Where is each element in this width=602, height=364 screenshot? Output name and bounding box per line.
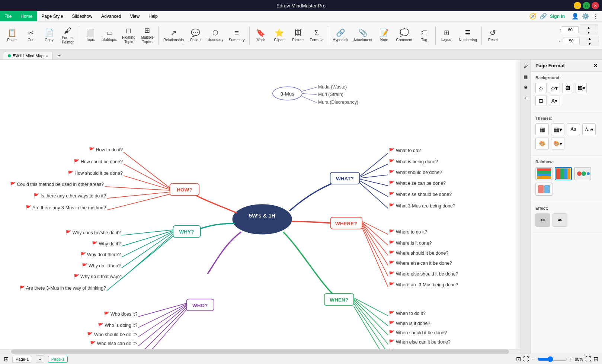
theme-font-btn-2[interactable]: Aa▾	[582, 123, 596, 135]
menu-slideshow[interactable]: Slideshow	[67, 11, 97, 21]
rainbow-btn-4[interactable]	[535, 183, 553, 196]
format-painter-button[interactable]: 🖌 FormatPainter	[59, 23, 77, 48]
subtopic-button[interactable]: ▭ Subtopic	[100, 23, 119, 48]
add-tab-button[interactable]: +	[54, 51, 64, 59]
minimize-view-icon[interactable]: ⊟	[593, 355, 598, 363]
panel-icon-tasks[interactable]: ☑	[522, 94, 529, 102]
theme-layout-btn-2[interactable]: ▦▾	[551, 123, 564, 135]
summary-button[interactable]: ≡ Summary	[227, 23, 247, 48]
rainbow-btn-1[interactable]	[535, 167, 553, 180]
boundary-button[interactable]: ⬡ Boundary	[205, 23, 226, 48]
cut-button[interactable]: ✂ Cut	[22, 23, 39, 48]
tab-close-button[interactable]: ●	[46, 54, 48, 58]
add-page-button[interactable]: +	[36, 355, 44, 363]
svg-line-81	[354, 298, 388, 316]
current-page-label[interactable]: Page-1	[48, 356, 68, 363]
numbering-icon: ≣	[465, 28, 471, 37]
attachment-button[interactable]: 📎 Attachment	[351, 23, 375, 48]
picture-button[interactable]: 🖼 Picture	[289, 23, 307, 48]
callout-button[interactable]: 💬 Callout	[187, 23, 205, 48]
close-button[interactable]: ✕	[592, 2, 599, 9]
panel-content: Page Format ✕ Background: ◇ ◇▾ 🖼 🖼▾ ⊡ A▾…	[531, 60, 602, 354]
reset-button[interactable]: ↺ Reset	[484, 23, 502, 48]
paste-button[interactable]: 📋 Paste	[3, 23, 21, 48]
rainbow-btn-2[interactable]	[555, 167, 572, 180]
menu-help[interactable]: Help	[144, 11, 162, 21]
multiple-topics-button[interactable]: ⊞ MultipleTopics	[138, 23, 156, 48]
expand-icon[interactable]: ⛶	[585, 356, 591, 363]
settings-icon[interactable]: ⚙️	[582, 13, 589, 20]
window-controls: — □ ✕	[574, 2, 599, 9]
formula-button[interactable]: Σ Formula	[308, 23, 326, 48]
horizontal-scrollbar[interactable]	[0, 349, 520, 354]
hyperlink-button[interactable]: 🔗 Hyperlink	[330, 23, 350, 48]
sign-in-button[interactable]: Sign In	[550, 14, 565, 19]
zoom-up-2[interactable]: ▲	[580, 36, 599, 41]
svg-line-27	[122, 231, 173, 246]
bg-color-btn[interactable]: ◇	[535, 83, 547, 93]
numbering-button[interactable]: ≣ Numbering	[457, 23, 479, 48]
zoom-input-1[interactable]: 60	[562, 26, 579, 33]
canvas[interactable]: 3-Mus Muda (Waste) Muri (Strain) Mura (D…	[0, 60, 520, 354]
relationship-button[interactable]: ↗ Relationship	[161, 23, 186, 48]
comment-button[interactable]: 💭 Comment	[394, 23, 414, 48]
bg-color-btn-2[interactable]: ◇▾	[549, 83, 560, 93]
effect-btn-1[interactable]: ✏	[535, 213, 550, 227]
maximize-button[interactable]: □	[583, 2, 590, 9]
menu-page-style[interactable]: Page Style	[37, 11, 67, 21]
svg-rect-106	[538, 185, 544, 193]
vertical-scrollbar[interactable]	[516, 60, 520, 349]
theme-layout-btn[interactable]: ▦	[535, 123, 549, 135]
bg-text-btn[interactable]: A▾	[549, 96, 560, 106]
menu-file[interactable]: File	[0, 11, 16, 21]
effect-btn-2[interactable]: ✒	[553, 213, 567, 227]
layout-button[interactable]: ⊞ Layout	[438, 23, 456, 48]
topic-button[interactable]: ⬜ Topic	[81, 23, 99, 48]
tab-5w1h[interactable]: 5W1H Mind Map ●	[3, 52, 53, 59]
rainbow-btn-3[interactable]	[574, 167, 591, 180]
theme-color-btn[interactable]: 🎨	[535, 138, 549, 149]
zoom-out-button[interactable]: −	[531, 356, 535, 363]
multiple-topics-icon: ⊞	[144, 26, 150, 35]
scrollbar-thumb[interactable]	[11, 349, 509, 354]
note-button[interactable]: 📝 Note	[375, 23, 393, 48]
panel-icon-format[interactable]: 🖊	[522, 63, 529, 70]
nav-icon[interactable]: 🧭	[529, 13, 537, 20]
theme-font-btn[interactable]: Aa	[567, 123, 580, 135]
svg-text:🚩 Who is doing it?: 🚩 Who is doing it?	[98, 322, 138, 328]
floating-topic-button[interactable]: ◻ FloatingTopic	[120, 23, 138, 48]
bg-image-btn-2[interactable]: 🖼▾	[576, 83, 587, 93]
svg-text:🚩 Why do it that way?: 🚩 Why do it that way?	[74, 274, 121, 280]
fullscreen-icon[interactable]: ⛶	[523, 356, 529, 363]
share-icon[interactable]: 🔗	[539, 13, 547, 20]
fit-view-icon[interactable]: ⊡	[516, 355, 521, 363]
zoom-input-2[interactable]: 50	[563, 38, 580, 44]
clipart-button[interactable]: ⭐ Clipart	[270, 23, 288, 48]
separator-5	[435, 26, 436, 45]
zoom-up-1[interactable]: ▲	[579, 25, 598, 30]
zoom-down-1[interactable]: ▼	[579, 30, 598, 35]
panel-icon-layout[interactable]: ▦	[522, 73, 529, 81]
mark-button[interactable]: 🔖 Mark	[252, 23, 270, 48]
page-indicator[interactable]: Page-1	[12, 356, 32, 363]
bg-image-btn[interactable]: 🖼	[562, 83, 573, 93]
theme-color-btn-2[interactable]: 🎨▾	[551, 138, 564, 149]
bg-pattern-btn[interactable]: ⊡	[535, 96, 547, 106]
menu-advanced[interactable]: Advanced	[97, 11, 125, 21]
layout-view-icon[interactable]: ⊞	[4, 355, 9, 363]
zoom-in-button[interactable]: +	[569, 356, 573, 363]
menu-view[interactable]: View	[125, 11, 144, 21]
zoom-slider[interactable]	[537, 356, 567, 362]
copy-button[interactable]: 📄 Copy	[40, 23, 58, 48]
minimize-button[interactable]: —	[574, 2, 581, 9]
svg-text:🚩 Why does he/she do it?: 🚩 Why does he/she do it?	[65, 230, 121, 236]
panel-icon-style[interactable]: ❀	[522, 84, 529, 91]
menu-home[interactable]: Home	[16, 11, 37, 21]
account-icon[interactable]: 👤	[571, 13, 579, 20]
svg-line-63	[359, 183, 388, 209]
panel-close-button[interactable]: ✕	[593, 63, 598, 68]
zoom-down-2[interactable]: ▼	[580, 41, 599, 46]
separator-3	[249, 26, 250, 45]
tag-button[interactable]: 🏷 Tag	[415, 23, 433, 48]
more-icon[interactable]: ⋮	[592, 13, 598, 20]
